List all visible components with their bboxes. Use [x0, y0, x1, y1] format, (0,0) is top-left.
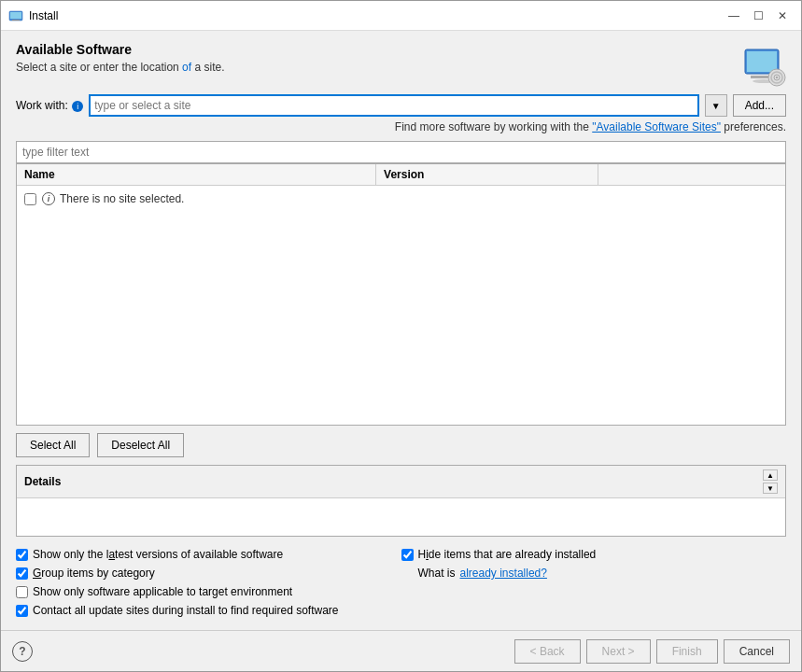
option-row-6: What is already installed?	[401, 567, 787, 580]
svg-rect-4	[747, 51, 777, 72]
option5-checkbox[interactable]	[401, 549, 414, 561]
details-body	[17, 498, 785, 536]
option3-label: Show only software applicable to target …	[33, 585, 292, 598]
selection-buttons: Select All Deselect All	[16, 426, 786, 465]
work-with-row: Work with: i ▼ Add...	[16, 94, 786, 117]
scroll-down-button[interactable]: ▼	[763, 483, 778, 494]
details-header: Details ▲ ▼	[17, 466, 785, 498]
options-left: Show only the latest versions of availab…	[16, 548, 401, 623]
help-button[interactable]: ?	[12, 641, 33, 662]
svg-rect-1	[10, 12, 21, 19]
cancel-button[interactable]: Cancel	[724, 639, 790, 664]
header-section: Available Software Select a site or ente…	[16, 42, 786, 87]
window-controls: — ☐ ✕	[723, 5, 794, 27]
empty-column-header	[598, 164, 785, 185]
find-more-prefix: Find more software by working with the	[395, 120, 592, 133]
main-content: Available Software Select a site or ente…	[1, 31, 801, 630]
row-info-icon: i	[42, 192, 55, 205]
add-button[interactable]: Add...	[733, 94, 786, 117]
maximize-button[interactable]: ☐	[747, 5, 769, 27]
header-text: Available Software Select a site or ente…	[16, 42, 732, 74]
table-row: i There is no site selected.	[17, 189, 785, 208]
svg-point-10	[776, 77, 778, 78]
details-section: Details ▲ ▼	[16, 465, 786, 537]
install-icon	[741, 42, 786, 87]
page-subtitle: Select a site or enter the location of a…	[16, 61, 732, 74]
work-with-label: Work with: i	[16, 99, 83, 112]
window-title: Install	[29, 9, 723, 22]
option1-label: Show only the latest versions of availab…	[33, 548, 283, 561]
option5-label: Hide items that are already installed	[418, 548, 597, 561]
option4-label: Contact all update sites during install …	[33, 604, 339, 617]
options-columns: Show only the latest versions of availab…	[16, 548, 786, 623]
next-button[interactable]: Next >	[586, 639, 651, 664]
subtitle-prefix: Select a site or enter the location	[16, 61, 182, 74]
option3-checkbox[interactable]	[16, 586, 28, 598]
table-header: Name Version	[17, 164, 785, 186]
window-icon	[8, 8, 23, 23]
option-row-3: Show only software applicable to target …	[16, 585, 401, 598]
option-row-4: Contact all update sites during install …	[16, 604, 401, 617]
site-input[interactable]	[89, 94, 699, 117]
already-installed-link[interactable]: already installed?	[460, 567, 547, 580]
options-right: Hide items that are already installed Wh…	[401, 548, 787, 623]
footer-buttons: < Back Next > Finish Cancel	[514, 639, 790, 664]
deselect-all-button[interactable]: Deselect All	[97, 433, 184, 457]
what-is-prefix: What is	[418, 567, 456, 580]
svg-rect-2	[12, 20, 20, 21]
filter-input[interactable]	[16, 141, 786, 163]
details-title: Details	[24, 475, 61, 488]
option5-underline: i	[426, 548, 429, 561]
option-row-5: Hide items that are already installed	[401, 548, 787, 561]
install-window: Install — ☐ ✕ Available Software Select …	[0, 0, 802, 672]
option2-checkbox[interactable]	[16, 567, 28, 580]
close-button[interactable]: ✕	[771, 5, 794, 27]
available-software-sites-link[interactable]: "Available Software Sites"	[592, 120, 721, 133]
minimize-button[interactable]: —	[723, 5, 745, 27]
title-bar: Install — ☐ ✕	[1, 1, 801, 31]
software-table: Name Version i There is no site selected…	[16, 163, 786, 426]
option2-underline: G	[33, 567, 41, 580]
name-column-header: Name	[17, 164, 376, 185]
combo-dropdown-arrow[interactable]: ▼	[705, 94, 727, 117]
back-button[interactable]: < Back	[514, 639, 581, 664]
option-row-2: Group items by category	[16, 567, 401, 580]
scroll-up-button[interactable]: ▲	[763, 469, 778, 481]
row-checkbox[interactable]	[24, 193, 36, 205]
finish-button[interactable]: Finish	[656, 639, 718, 664]
software-section: Name Version i There is no site selected…	[16, 141, 786, 630]
no-site-message: There is no site selected.	[60, 192, 184, 205]
subtitle-blue: of	[182, 61, 191, 74]
option1-underline: a	[108, 548, 115, 561]
version-column-header: Version	[376, 164, 598, 185]
option2-label: Group items by category	[33, 567, 155, 580]
details-scroll-buttons: ▲ ▼	[763, 469, 778, 494]
info-icon: i	[72, 101, 83, 112]
options-section: Show only the latest versions of availab…	[16, 544, 786, 630]
find-more-suffix: preferences.	[721, 120, 786, 133]
option-row-1: Show only the latest versions of availab…	[16, 548, 401, 561]
table-body: i There is no site selected.	[17, 186, 785, 425]
page-title: Available Software	[16, 42, 732, 57]
find-more-row: Find more software by working with the "…	[16, 120, 786, 133]
subtitle-suffix: a site.	[191, 61, 224, 74]
option1-checkbox[interactable]	[16, 549, 28, 561]
option4-checkbox[interactable]	[16, 605, 28, 617]
footer: ? < Back Next > Finish Cancel	[1, 630, 801, 671]
select-all-button[interactable]: Select All	[16, 433, 90, 457]
